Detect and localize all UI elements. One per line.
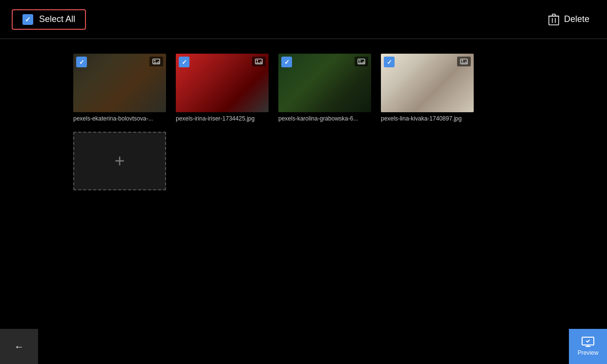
delete-button[interactable]: Delete <box>543 10 595 29</box>
image-thumbnail[interactable] <box>73 54 166 112</box>
image-filename: pexels-lina-kivaka-1740897.jpg <box>381 115 461 122</box>
plus-icon: + <box>114 152 125 170</box>
media-type-badge <box>355 57 368 66</box>
image-checkbox[interactable] <box>384 57 395 67</box>
media-type-badge <box>457 57 471 66</box>
image-type-icon <box>460 59 468 64</box>
select-all-wrapper[interactable]: Select All <box>12 9 86 30</box>
bottom-bar: ← Preview <box>0 329 607 364</box>
media-type-badge <box>252 57 266 66</box>
add-image-button[interactable]: + <box>73 132 166 190</box>
image-type-icon <box>152 59 160 64</box>
list-item: pexels-karolina-grabowska-6... <box>278 54 371 122</box>
image-checkbox[interactable] <box>179 57 189 67</box>
image-grid: pexels-ekaterina-bolovtsova-... pexels-i… <box>73 54 534 122</box>
back-arrow-icon: ← <box>14 341 24 352</box>
image-filename: pexels-irina-iriser-1734425.jpg <box>176 115 254 122</box>
image-thumbnail[interactable] <box>278 54 371 112</box>
list-item: pexels-lina-kivaka-1740897.jpg <box>381 54 474 122</box>
image-checkbox[interactable] <box>281 57 292 67</box>
image-type-icon <box>255 59 263 64</box>
back-button[interactable]: ← <box>0 329 38 364</box>
svg-point-14 <box>462 60 463 61</box>
select-all-checkbox[interactable] <box>22 14 33 25</box>
image-checkbox[interactable] <box>76 57 87 67</box>
image-type-icon <box>357 59 365 64</box>
svg-point-8 <box>154 60 156 61</box>
image-filename: pexels-karolina-grabowska-6... <box>278 115 358 122</box>
svg-point-10 <box>257 60 258 61</box>
select-all-label: Select All <box>39 14 75 24</box>
delete-label: Delete <box>564 14 589 24</box>
image-thumbnail[interactable] <box>176 54 269 112</box>
media-type-badge <box>149 57 163 66</box>
list-item: pexels-ekaterina-bolovtsova-... <box>73 54 166 122</box>
trash-icon <box>548 14 559 25</box>
top-bar: Select All Delete <box>0 0 607 39</box>
list-item: pexels-irina-iriser-1734425.jpg <box>176 54 269 122</box>
preview-button[interactable]: Preview <box>569 329 607 364</box>
preview-label: Preview <box>578 349 599 356</box>
image-filename: pexels-ekaterina-bolovtsova-... <box>73 115 153 122</box>
svg-rect-0 <box>549 16 559 25</box>
monitor-icon <box>582 337 594 347</box>
content-area: pexels-ekaterina-bolovtsova-... pexels-i… <box>0 39 607 200</box>
image-thumbnail[interactable] <box>381 54 474 112</box>
svg-point-12 <box>359 60 361 61</box>
